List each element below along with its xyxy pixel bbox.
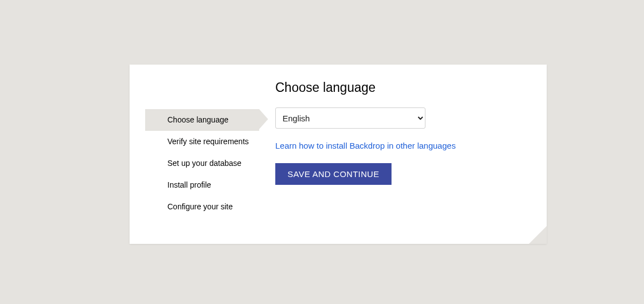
step-label: Configure your site — [167, 202, 233, 211]
language-select[interactable]: English — [275, 107, 425, 129]
install-steps-sidebar: Choose language Verify site requirements… — [145, 109, 259, 217]
other-languages-link[interactable]: Learn how to install Backdrop in other l… — [275, 141, 455, 150]
page-title: Choose language — [275, 80, 520, 95]
step-label: Set up your database — [167, 159, 241, 168]
installer-card: Choose language Verify site requirements… — [130, 65, 547, 244]
step-label: Install profile — [167, 180, 211, 189]
step-configure-site: Configure your site — [145, 196, 259, 218]
page-curl-icon — [529, 226, 547, 244]
step-verify-requirements: Verify site requirements — [145, 131, 259, 153]
save-and-continue-button[interactable]: SAVE AND CONTINUE — [275, 163, 392, 185]
step-label: Verify site requirements — [167, 137, 249, 146]
step-setup-database: Set up your database — [145, 153, 259, 174]
step-install-profile: Install profile — [145, 174, 259, 196]
step-choose-language: Choose language — [145, 109, 259, 131]
step-label: Choose language — [167, 115, 229, 124]
main-content: Choose language English Learn how to ins… — [275, 80, 520, 185]
